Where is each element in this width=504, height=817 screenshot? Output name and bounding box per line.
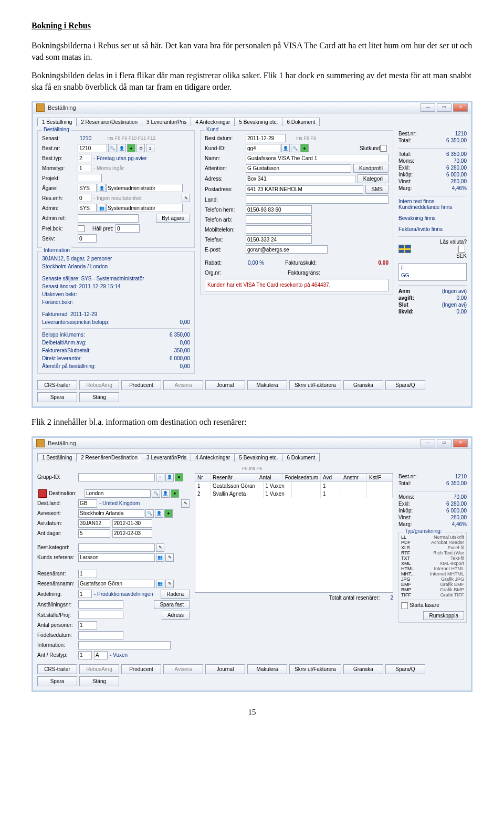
type-row[interactable]: EMFGrafik EMF: [401, 582, 464, 587]
granska-button[interactable]: Granska: [343, 380, 383, 390]
person-icon[interactable]: 👤: [155, 509, 163, 518]
makulera-button[interactable]: Makulera: [247, 664, 287, 674]
tab-resenarer[interactable]: 2 Resenärer/Destination: [76, 453, 142, 462]
rumskoppla-button[interactable]: Rumskoppla: [423, 611, 464, 620]
tab-bestallning[interactable]: 1 Beställning: [37, 118, 77, 126]
minimize-button[interactable]: —: [421, 439, 435, 447]
type-row[interactable]: RTFRich Text (Wor: [401, 550, 464, 556]
bytagare-button[interactable]: Byt ägare: [156, 214, 190, 223]
kundprofil-button[interactable]: Kundprofil: [353, 164, 388, 173]
journal-button[interactable]: Journal: [205, 380, 245, 390]
type-row[interactable]: MHT...Internet MHTML: [401, 571, 464, 577]
person-icon[interactable]: 👤: [281, 144, 290, 152]
person-icon[interactable]: 👥: [156, 553, 164, 562]
type-row[interactable]: TIFFGrafik TIFF: [401, 592, 464, 598]
close-button[interactable]: ✕: [453, 439, 468, 447]
tab-bevakning[interactable]: 5 Bevakning etc.: [234, 118, 282, 126]
search-icon[interactable]: 🔍: [145, 509, 154, 518]
pencil-icon[interactable]: ✎: [165, 553, 174, 562]
tool-icon[interactable]: ⚙: [136, 144, 145, 152]
bestnr-input[interactable]: [78, 144, 107, 152]
rebusair-button[interactable]: RebusAir/g: [79, 380, 119, 390]
person-icon[interactable]: 👤: [98, 184, 106, 192]
sparaq-button[interactable]: Spara/Q: [385, 664, 425, 674]
lasvaluta-checkbox[interactable]: [458, 246, 465, 253]
adress-button[interactable]: Adress: [162, 611, 190, 620]
type-row[interactable]: HTMLInternet HTML: [401, 566, 464, 571]
makulera-button[interactable]: Makulera: [247, 380, 287, 390]
startalasare-checkbox[interactable]: [401, 602, 408, 609]
spara-button[interactable]: Spara: [37, 676, 77, 686]
avisera-button[interactable]: Avisera: [163, 664, 203, 674]
para-3: Flik 2 innehåller bl.a. information om d…: [32, 416, 472, 428]
tab-bevakning[interactable]: 5 Bevakning etc.: [234, 453, 282, 462]
stang-button[interactable]: Stäng: [79, 676, 119, 686]
journal-button[interactable]: Journal: [205, 664, 245, 674]
momstyp-input[interactable]: [78, 164, 91, 172]
minimize-button[interactable]: —: [421, 103, 435, 112]
spara-button[interactable]: Spara: [37, 392, 77, 402]
tab-anteckningar[interactable]: 4 Anteckningar: [191, 118, 235, 126]
skrivut-button[interactable]: Skriv ut/Fakturera: [289, 380, 341, 390]
lookup-icon[interactable]: 🔍: [108, 144, 117, 152]
avisera-button[interactable]: Avisera: [163, 380, 203, 390]
prelbok-checkbox[interactable]: [78, 225, 85, 232]
sms-button[interactable]: SMS: [365, 185, 388, 194]
pencil-icon[interactable]: ✎: [165, 580, 174, 588]
search-icon[interactable]: 🔍: [291, 144, 299, 152]
gruppid-input[interactable]: [78, 473, 155, 481]
skrivut-button[interactable]: Skriv ut/Fakturera: [289, 664, 341, 674]
flag-icon: [398, 245, 411, 253]
window-title: Beställning: [48, 440, 76, 446]
rebusair-button[interactable]: RebusAir/g: [79, 664, 119, 674]
person-icon[interactable]: 👥: [98, 204, 106, 212]
table-row[interactable]: 2 Svallin Agneta 1 Vuxen 1: [195, 490, 393, 498]
maximize-button[interactable]: ▭: [437, 439, 452, 447]
tab-resenarer[interactable]: 2 Resenärer/Destination: [76, 118, 142, 126]
agare-input[interactable]: [78, 184, 97, 192]
person-icon[interactable]: 👤: [165, 473, 174, 481]
crstrailer-button[interactable]: CRS-trailer: [37, 380, 77, 390]
producent-button[interactable]: Producent: [121, 380, 161, 390]
person-icon[interactable]: 👤: [161, 489, 170, 498]
tab-anteckningar[interactable]: 4 Anteckningar: [191, 453, 235, 462]
close-button[interactable]: ✕: [453, 103, 468, 112]
stang-button[interactable]: Stäng: [79, 392, 119, 402]
sparaq-button[interactable]: Spara/Q: [385, 380, 425, 390]
admin-input[interactable]: [78, 204, 97, 212]
pencil-icon[interactable]: ✎: [181, 499, 190, 508]
person-icon[interactable]: 👤: [118, 144, 126, 152]
tab-dokument[interactable]: 6 Dokument: [282, 453, 320, 462]
type-row[interactable]: LLNormal utskrift: [401, 535, 464, 540]
slutkund-checkbox[interactable]: [380, 145, 387, 152]
pencil-icon[interactable]: ✎: [182, 194, 190, 202]
person-icon[interactable]: 👥: [156, 580, 164, 588]
type-row[interactable]: TXTText-fil: [401, 556, 464, 561]
granska-button[interactable]: Granska: [343, 664, 383, 674]
kategori-button[interactable]: Kategori: [358, 174, 388, 183]
info-icon[interactable]: i: [156, 473, 164, 481]
tab-leverantor[interactable]: 3 Leverantör/Pris: [142, 118, 191, 126]
crstrailer-button[interactable]: CRS-trailer: [37, 664, 77, 674]
table-row[interactable]: 1 Gustafsson Göran 1 Vuxen 1: [195, 482, 393, 490]
type-row[interactable]: BMPGrafik BMP: [401, 587, 464, 592]
tab-leverantor[interactable]: 3 Leverantör/Pris: [142, 453, 191, 462]
maximize-button[interactable]: ▭: [437, 103, 452, 112]
adminref-input[interactable]: [78, 214, 139, 223]
tab-dokument[interactable]: 6 Dokument: [282, 118, 320, 126]
pencil-icon[interactable]: ✎: [156, 543, 164, 552]
sparafast-button[interactable]: Spara fast: [154, 600, 190, 609]
projekt-input[interactable]: [78, 174, 102, 182]
green-icon[interactable]: ●: [127, 144, 135, 152]
resenh-input[interactable]: [78, 194, 91, 202]
radera-button[interactable]: Radera: [161, 590, 190, 599]
screenshot-1: Beställning — ▭ ✕ 1 Beställning 2 Resenä…: [32, 101, 472, 408]
besttyp-input[interactable]: [78, 154, 91, 162]
type-row[interactable]: XLSExcel-fil: [401, 545, 464, 550]
tab-bestallning[interactable]: 1 Beställning: [37, 453, 77, 462]
producent-button[interactable]: Producent: [121, 664, 161, 674]
type-row[interactable]: JPGGrafik JPG: [401, 577, 464, 582]
type-row[interactable]: XMLXML-export: [401, 561, 464, 566]
type-row[interactable]: PDFAcrobat Reader: [401, 540, 464, 545]
search-icon[interactable]: 🔍: [152, 489, 160, 498]
